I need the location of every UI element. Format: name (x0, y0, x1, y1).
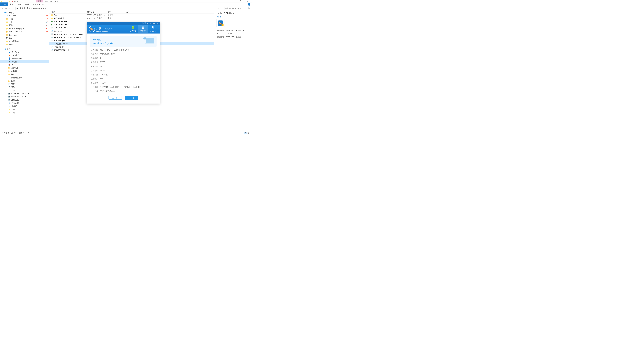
nav-item[interactable]: 📄文档 (0, 82, 49, 86)
close-icon[interactable]: ✕ (11, 0, 14, 2)
file-name-label: 光盘说明.TXT (54, 46, 65, 48)
nav-item[interactable]: 🖼本机照片 (0, 70, 49, 73)
nav-item[interactable]: ☁WPS网盘 (0, 54, 49, 57)
contextual-tab-label[interactable]: 管理 (36, 0, 43, 2)
nav-item-icon: 💻 (8, 99, 10, 101)
search-icon[interactable]: 🔍 (248, 7, 250, 9)
nav-item[interactable]: ⌄📚库 (0, 63, 49, 66)
ribbon-tab-share[interactable]: 共享 (16, 2, 23, 6)
nav-item[interactable]: 👤Administrator (0, 57, 49, 60)
nav-item[interactable]: 📁win7重装win7 (0, 40, 49, 43)
yqs-menu-button[interactable]: ≡ (149, 22, 152, 25)
folder-icon[interactable]: 📁 (8, 0, 11, 2)
yqs-contact-button[interactable]: 联系客服 (140, 22, 149, 25)
nav-item[interactable]: 📁软件 (0, 108, 49, 111)
crumb-drive[interactable]: 文档 (E:) (27, 7, 34, 9)
nav-quick-access[interactable]: ⌄ ★ 快速访问 (0, 11, 49, 14)
nav-item-label: WPS网盘 (12, 54, 20, 57)
navigation-pane[interactable]: ⌄ ★ 快速访问 🖥Desktop📌📁下载📌📁文档📌📁图片📌📁excel表格制作… (0, 10, 49, 131)
nav-item[interactable]: 💻PC-20190530OBLA (0, 95, 49, 98)
nav-item[interactable]: 📁文件 (0, 111, 49, 114)
nav-item[interactable]: ☁天翼云盘下载 (0, 76, 49, 79)
nav-item-label: 文档 (11, 83, 15, 85)
ribbon-tab-file[interactable]: 文件 (0, 2, 8, 6)
nav-item[interactable]: 📁图片 (0, 43, 49, 46)
view-details-button[interactable]: ☰ (244, 132, 247, 134)
ribbon-tab-apptools[interactable]: 应用程序工具 (31, 2, 46, 6)
minimize-button[interactable]: — (230, 0, 237, 2)
yqs-tab[interactable]: 🔋启动U盘 (128, 25, 138, 33)
nav-item[interactable]: 💻此电脑 (0, 60, 49, 63)
nav-up-button[interactable]: ↑ (12, 7, 15, 10)
nav-item[interactable]: 🖥Desktop📌 (0, 14, 49, 17)
nav-network[interactable]: ⌄ 🖧 网络 (0, 89, 49, 92)
crumb-thispc[interactable]: 此电脑 (20, 7, 25, 9)
nav-item[interactable]: 🖼保存的图片 (0, 66, 49, 70)
breadcrumb[interactable]: 💻 › 此电脑 › 文档 (E:) › Win7x64_2020 ⌄ ⟳ (16, 7, 224, 10)
nav-forward-button[interactable]: → (4, 7, 8, 10)
pin-icon: 📌 (46, 18, 48, 20)
nav-item[interactable]: 💻ZMT2019 (0, 98, 49, 102)
nav-item[interactable]: 💾G:\ (0, 36, 49, 40)
nav-item[interactable]: 🖼图片 (0, 79, 49, 82)
nav-item[interactable]: 💻DESKTOP-LSSOEDP (0, 92, 49, 95)
nav-item[interactable]: ☁OneDrive (0, 51, 49, 54)
check-icon[interactable]: ✔ (6, 0, 8, 2)
breadcrumb-dropdown[interactable]: ⌄ (217, 7, 220, 9)
nav-item[interactable]: 📁文档📌 (0, 21, 49, 24)
nav-item[interactable]: 🎞视频 (0, 73, 49, 76)
close-button[interactable]: ✕ (244, 0, 252, 2)
yqs-tab[interactable]: ⓔ官方网址 (148, 25, 158, 33)
yqs-close-button[interactable]: ✕ (156, 22, 159, 25)
nav-item[interactable]: 📁下载📌 (0, 17, 49, 21)
view-thumbnails-button[interactable]: ▦ (247, 132, 250, 134)
column-type[interactable]: 类型 (108, 11, 126, 13)
chevron-down-icon[interactable]: ⌄ (6, 90, 8, 91)
nav-item-icon: 🖥 (6, 15, 8, 17)
chevron-right-icon[interactable]: › (26, 7, 26, 9)
nav-item[interactable]: 📁图片📌 (0, 24, 49, 27)
nav-item[interactable]: ⚙控制面板 (0, 102, 49, 105)
folder-icon: 📁 (0, 0, 3, 2)
yqs-tab-label: 启动U盘 (130, 29, 136, 32)
nav-item[interactable]: 📁YUNQISHI2019📌 (0, 30, 49, 33)
crumb-folder[interactable]: Win7x64_2020 (35, 7, 47, 9)
nav-item[interactable]: 🎵音乐 (0, 86, 49, 89)
file-row[interactable]: 📁Tools2020/12/25, 星期五 1...文件夹 (49, 13, 214, 17)
file-list[interactable]: 名称 修改日期 类型 大小 📁Tools2020/12/25, 星期五 1...… (49, 10, 214, 131)
column-name[interactable]: 名称 (49, 11, 87, 13)
ribbon-tab-home[interactable]: 主页 (8, 2, 16, 6)
help-icon[interactable]: ? (248, 3, 250, 5)
details-label: 创建日期: (216, 35, 226, 38)
chevron-down-icon[interactable]: ⌄ (2, 12, 3, 13)
nav-back-button[interactable]: ← (1, 7, 4, 10)
nav-desktop[interactable]: ⌄ 🖥 桌面 (0, 47, 49, 51)
chevron-down-icon[interactable]: ⌄ (6, 64, 8, 66)
properties-icon[interactable]: ◕ (14, 0, 16, 2)
column-size[interactable]: 大小 (126, 11, 139, 13)
nav-recent-dropdown[interactable]: ⌄ (8, 7, 11, 10)
maximize-button[interactable]: ❐ (237, 0, 244, 2)
nav-item-icon: 💻 (8, 92, 10, 95)
chevron-right-icon[interactable]: › (34, 7, 35, 9)
nav-item-label: ZMT2019 (11, 99, 19, 101)
refresh-button[interactable]: ⟳ (220, 7, 223, 9)
yqs-tab[interactable]: ▦一键装机 (138, 25, 148, 33)
yqs-next-button[interactable]: 下一步 (125, 96, 138, 100)
nav-item[interactable]: 🗑回收站 (0, 105, 49, 108)
yqs-minimize-button[interactable]: — (152, 22, 156, 25)
nav-item[interactable]: 📁Bandicam (0, 33, 49, 36)
chevron-down-icon[interactable]: ⌄ (2, 48, 3, 50)
network-icon: 🖧 (8, 89, 10, 91)
details-value: 27.6 MB (226, 32, 232, 35)
chevron-right-icon[interactable]: › (19, 7, 20, 9)
nav-item-label: 控制面板 (12, 102, 19, 104)
ribbon-tab-view[interactable]: 查看 (23, 2, 31, 6)
yqs-prev-button[interactable]: 上一步 (108, 96, 122, 100)
search-input[interactable]: 搜索"Win7x64_2020" 🔍 (224, 7, 251, 10)
ribbon-expand-icon[interactable]: ⌄ (245, 3, 246, 5)
file-row[interactable]: 📁U盘安装教程2020/12/25, 星期五 1...文件夹 (49, 17, 214, 20)
nav-item[interactable]: 📁excel表格制作求和📌 (0, 27, 49, 30)
dropdown-icon[interactable]: ▾ (16, 0, 18, 2)
column-date[interactable]: 修改日期 (87, 11, 108, 13)
